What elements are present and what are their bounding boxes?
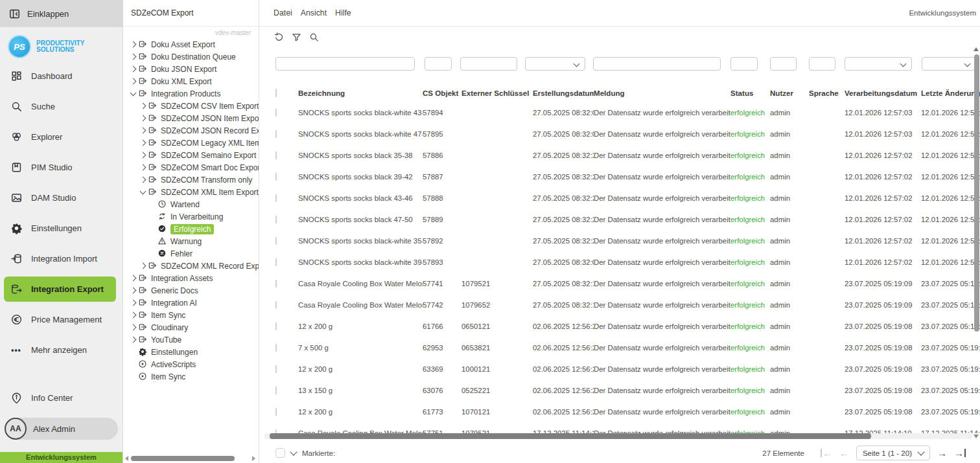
tree-item-sdzecom-smart-doc-export[interactable]: SDZeCOM Smart Doc Export [123, 161, 259, 174]
tree-item-sdzecom-json-record-export[interactable]: SDZeCOM JSON Record Export [123, 124, 259, 137]
filter-verarbeitungsdatum-select[interactable] [845, 57, 912, 71]
chevron-icon[interactable] [130, 90, 136, 96]
chevron-icon[interactable] [139, 115, 146, 122]
page-select[interactable]: Seite 1 (1 - 20) [856, 446, 930, 460]
row-checkbox[interactable] [275, 173, 277, 181]
menu-ansicht[interactable]: Ansicht [301, 8, 327, 17]
magnifier-icon[interactable] [309, 32, 320, 43]
chevron-icon[interactable] [139, 164, 146, 171]
sidebar-item-info-center[interactable]: Info Center [0, 383, 122, 413]
row-checkbox[interactable] [275, 387, 277, 394]
row-checkbox[interactable] [275, 408, 277, 416]
table-row[interactable]: Casa Royale Cooling Box Water Melon 2 L … [259, 273, 980, 294]
sidebar-item-integration-import[interactable]: Integration Import [0, 243, 122, 274]
table-row[interactable]: SNOCKS sports socks black-white 47-50 57… [259, 123, 980, 144]
horizontal-scrollbar[interactable] [264, 433, 972, 439]
collapse-button[interactable]: Einklappen [0, 0, 122, 27]
column-header[interactable]: Bezeichnung [298, 89, 423, 97]
table-row[interactable]: Casa Royale Cooling Box Water Melon 3 L … [259, 294, 980, 315]
filter-sprache-input[interactable] [809, 57, 835, 71]
filter-status-input[interactable] [730, 57, 758, 71]
chevron-icon[interactable] [130, 312, 136, 319]
sidebar-item-pim-studio[interactable]: PIM Studio [0, 152, 122, 183]
row-checkbox[interactable] [275, 344, 277, 352]
first-page-button[interactable]: ← [821, 449, 832, 457]
next-page-button[interactable]: → [937, 449, 947, 457]
chevron-icon[interactable] [139, 152, 146, 159]
sidebar-item-price-management[interactable]: Price Management [0, 304, 122, 335]
chevron-icon[interactable] [130, 54, 136, 60]
row-checkbox[interactable] [275, 194, 277, 202]
tree-item-sdzecom-csv-item-export[interactable]: SDZeCOM CSV Item Export [123, 100, 259, 112]
row-checkbox[interactable] [275, 280, 277, 288]
row-checkbox[interactable] [275, 216, 277, 223]
chevron-icon[interactable] [130, 288, 136, 294]
tree-item-doku-destination-queue[interactable]: Doku Destination Queue [123, 51, 259, 63]
column-header[interactable]: Letzte Änderung [921, 89, 980, 97]
table-row[interactable]: 12 x 200 g 61773 1070121 02.06.2025 12:5… [259, 401, 980, 422]
tree-item-youtube[interactable]: YouTube [123, 333, 259, 346]
tree-item-integration-ai[interactable]: Integration AI [123, 297, 259, 309]
tree-item-sdzecom-semaino-export[interactable]: SDZeCOM Semaino Export [123, 149, 259, 161]
tree-item-integration-assets[interactable]: Integration Assets [123, 272, 259, 284]
tree-item-doku-xml-export[interactable]: Doku XML Export [123, 75, 259, 87]
scroll-left-icon[interactable] [125, 456, 128, 461]
last-page-button[interactable]: → [954, 449, 966, 457]
tree-item-erfolgreich[interactable]: Erfolgreich [123, 223, 259, 235]
scroll-right-icon[interactable] [252, 456, 255, 461]
filter-icon[interactable] [291, 32, 302, 43]
tree-item-integration-products[interactable]: Integration Products [123, 87, 259, 100]
filter-externer-schluessel-input[interactable] [460, 57, 517, 71]
chevron-icon[interactable] [130, 275, 136, 282]
tree-horizontal-scrollbar[interactable] [125, 455, 255, 461]
column-header[interactable]: Sprache [809, 89, 845, 97]
column-header[interactable]: Nutzer [770, 89, 809, 97]
sidebar-item-explorer[interactable]: Explorer [0, 122, 122, 152]
sidebar-item-einstellungen[interactable]: Einstellungen [0, 213, 122, 243]
chevron-icon[interactable] [139, 177, 146, 183]
column-header[interactable]: Erstellungsdatum [533, 89, 594, 97]
tree-item-doku-json-export[interactable]: Doku JSON Export [123, 63, 259, 75]
scroll-up-icon[interactable] [974, 47, 979, 51]
chevron-icon[interactable] [130, 78, 136, 85]
tree-item-item-sync[interactable]: Item Sync [123, 309, 259, 321]
menu-datei[interactable]: Datei [274, 8, 292, 17]
user-menu[interactable]: AA Alex Admin [5, 418, 118, 440]
column-header[interactable]: CS Objekt [423, 89, 461, 97]
tree-item-sdzecom-legacy-xml-item-expo[interactable]: SDZeCOM Legacy XML Item Expo [123, 137, 259, 149]
table-row[interactable]: SNOCKS sports socks black 43-46 57888 27… [259, 187, 980, 209]
tree-item-cloudinary[interactable]: Cloudinary [123, 321, 259, 333]
tree-scrollbar-thumb[interactable] [131, 456, 235, 461]
sidebar-item-integration-export[interactable]: Integration Export [4, 277, 116, 302]
column-header[interactable]: Status [730, 89, 770, 97]
table-row[interactable]: 12 x 200 g 61766 0650121 02.06.2025 12:5… [259, 315, 980, 337]
chevron-icon[interactable] [130, 66, 136, 73]
tree-item-in-verarbeitung[interactable]: In Verarbeitung [123, 210, 259, 223]
column-header[interactable]: Verarbeitungsdatum [845, 89, 921, 97]
tree-item-einstellungen[interactable]: Einstellungen [123, 346, 259, 358]
filter-cs-objekt-input[interactable] [425, 57, 452, 71]
tree-item-activescripts[interactable]: ActiveScripts [123, 358, 259, 370]
row-checkbox[interactable] [275, 109, 277, 117]
select-all-checkbox[interactable] [275, 89, 277, 97]
column-header[interactable]: Externer Schlüssel [461, 89, 533, 97]
row-checkbox[interactable] [275, 365, 277, 373]
tree-item-sdzecom-transform-only[interactable]: SDZeCOM Transform only [123, 174, 259, 186]
table-row[interactable]: SNOCKS sports socks black 35-38 57886 27… [259, 144, 980, 166]
filter-bezeichnung-input[interactable] [275, 57, 415, 71]
chevron-icon[interactable] [130, 41, 136, 48]
sidebar-item-dashboard[interactable]: Dashboard [0, 61, 122, 91]
tree-item-fehler[interactable]: Fehler [123, 247, 259, 260]
filter-letzte-aenderung-select[interactable] [922, 57, 976, 71]
sidebar-item-suche[interactable]: Suche [0, 91, 122, 122]
row-checkbox[interactable] [275, 130, 277, 138]
filter-meldung-input[interactable] [593, 57, 721, 71]
filter-erstellungsdatum-select[interactable] [525, 57, 585, 71]
row-checkbox[interactable] [275, 237, 277, 245]
tree-item-sdzecom-xml-record-export[interactable]: SDZeCOM XML Record Export [123, 260, 259, 272]
table-row[interactable]: SNOCKS sports socks black-white 39-42 57… [259, 251, 980, 273]
tree-item-generic-docs[interactable]: Generic Docs [123, 284, 259, 297]
chevron-icon[interactable] [139, 140, 146, 146]
chevron-icon[interactable] [139, 263, 146, 269]
table-row[interactable]: SNOCKS sports socks black 39-42 57887 27… [259, 166, 980, 187]
